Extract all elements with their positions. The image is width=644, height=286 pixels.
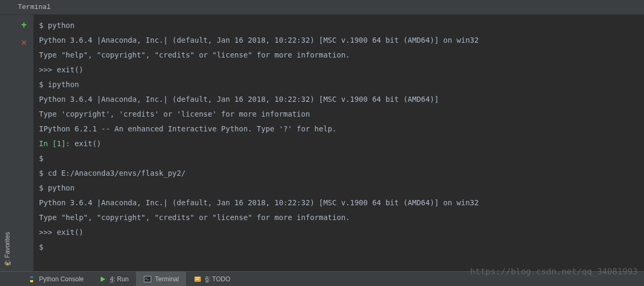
terminal-line: Python 3.6.4 |Anaconda, Inc.| (default, … bbox=[39, 195, 639, 210]
main-container: 2: Favorites ★ + ✕ $ pythonPython 3.6.4 … bbox=[0, 15, 644, 271]
run-icon bbox=[99, 275, 107, 283]
tab-terminal[interactable]: Terminal bbox=[136, 272, 186, 286]
todo-label: : TODO bbox=[209, 275, 230, 283]
terminal-line: $ python bbox=[39, 180, 639, 195]
terminal-line: Type "help", "copyright", "credits" or "… bbox=[39, 47, 639, 62]
terminal-line: $ python bbox=[39, 18, 639, 33]
terminal-line: $ cd E:/Anaconda3/envs/flask_py2/ bbox=[39, 166, 639, 180]
tab-todo[interactable]: 6: TODO bbox=[186, 272, 238, 286]
favorites-label: : Favorites bbox=[4, 232, 11, 262]
tab-run[interactable]: 4: Run bbox=[91, 272, 136, 286]
terminal-output[interactable]: $ pythonPython 3.6.4 |Anaconda, Inc.| (d… bbox=[34, 15, 644, 271]
svg-rect-1 bbox=[144, 277, 151, 282]
terminal-tab-title: Terminal bbox=[18, 3, 51, 11]
terminal-line: Python 3.6.4 |Anaconda, Inc.| (default, … bbox=[39, 33, 639, 47]
terminal-line: Type "help", "copyright", "credits" or "… bbox=[39, 210, 639, 225]
ipython-prompt: In [1]: bbox=[39, 139, 74, 148]
terminal-line: $ bbox=[39, 240, 639, 254]
terminal-icon bbox=[143, 275, 152, 283]
svg-rect-4 bbox=[196, 279, 199, 280]
terminal-line: >>> exit() bbox=[39, 62, 639, 77]
run-label: : Run bbox=[113, 275, 129, 283]
terminal-toolbar: + ✕ bbox=[15, 15, 34, 271]
star-icon: ★ bbox=[5, 259, 9, 268]
watermark: https://blog.csdn.net/qq_34081993 bbox=[470, 266, 638, 277]
terminal-line: $ bbox=[39, 151, 639, 166]
close-session-button[interactable]: ✕ bbox=[18, 36, 31, 49]
terminal-tab-label: Terminal bbox=[155, 275, 179, 283]
terminal-line: IPython 6.2.1 -- An enhanced Interactive… bbox=[39, 121, 639, 136]
left-rail: 2: Favorites ★ bbox=[0, 15, 15, 271]
terminal-line: >>> exit() bbox=[39, 225, 639, 240]
terminal-line: $ ipython bbox=[39, 77, 639, 92]
todo-icon bbox=[193, 275, 202, 283]
tab-python-console[interactable]: Python Console bbox=[20, 272, 91, 286]
python-console-label: Python Console bbox=[39, 275, 84, 283]
terminal-tab-bar: Terminal bbox=[0, 0, 644, 15]
terminal-line: Type 'copyright', 'credits' or 'license'… bbox=[39, 107, 639, 121]
terminal-line: Python 3.6.4 |Anaconda, Inc.| (default, … bbox=[39, 92, 639, 107]
new-session-button[interactable]: + bbox=[18, 19, 31, 32]
terminal-line: In [1]: exit() bbox=[39, 136, 639, 151]
svg-rect-3 bbox=[196, 278, 200, 278]
terminal-command: exit() bbox=[74, 139, 101, 148]
python-console-icon bbox=[27, 275, 36, 283]
